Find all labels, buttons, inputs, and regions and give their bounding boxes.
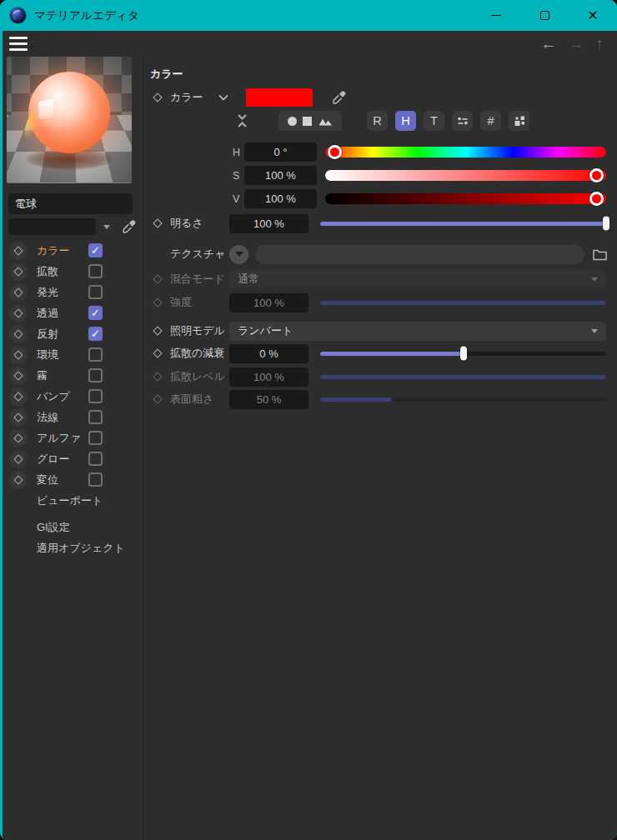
- diffuse-falloff-value-input[interactable]: 0 %: [229, 344, 308, 363]
- channel-label: 環境: [37, 348, 88, 362]
- channel-list: カラー✓拡散発光透過✓反射✓環境霧バンプ法線アルファグロー変位: [7, 240, 143, 490]
- illumination-dropdown[interactable]: ランバート: [229, 322, 606, 341]
- channel-checkbox[interactable]: [88, 431, 103, 445]
- sidebar-page-2[interactable]: 適用オブジェクト: [7, 538, 143, 558]
- hue-value-input[interactable]: 0 °: [244, 142, 317, 162]
- channel-label: 透過: [37, 306, 88, 321]
- material-editor-window: マテリアルエディタ ✕ ← → ↑: [0, 0, 617, 840]
- compact-sliders-button[interactable]: [452, 111, 473, 131]
- sidebar-page-0[interactable]: ビューポート: [7, 490, 143, 511]
- channel-checkbox[interactable]: [88, 410, 103, 424]
- close-icon: ✕: [587, 9, 598, 22]
- hue-slider-handle[interactable]: [328, 145, 342, 159]
- texture-path-field[interactable]: [255, 245, 584, 264]
- sidebar-channel-0[interactable]: カラー✓: [7, 240, 143, 261]
- saturation-slider-handle[interactable]: [589, 168, 604, 182]
- roughness-value: 50 %: [229, 390, 308, 409]
- channel-checkbox[interactable]: ✓: [88, 243, 103, 258]
- sidebar-channel-1[interactable]: 拡散: [7, 261, 143, 282]
- material-name-input[interactable]: 電球: [8, 193, 133, 214]
- nav-back-button[interactable]: ←: [541, 36, 557, 52]
- saturation-slider[interactable]: [325, 170, 606, 181]
- saturation-value-input[interactable]: 100 %: [244, 166, 317, 185]
- mix-strength-value: 100 %: [229, 293, 308, 312]
- channel-checkbox[interactable]: [88, 389, 103, 403]
- channel-label: 反射: [37, 327, 88, 342]
- color-swatch[interactable]: [246, 88, 313, 107]
- sidebar-channel-5[interactable]: 環境: [7, 344, 143, 365]
- sidebar-channel-3[interactable]: 透過✓: [7, 302, 143, 323]
- sidebar-channel-2[interactable]: 発光: [7, 282, 143, 302]
- collapse-icon[interactable]: [235, 112, 249, 129]
- param-diamond-icon[interactable]: [153, 348, 162, 358]
- texture-dropdown-icon: [235, 252, 243, 257]
- param-diamond-icon[interactable]: [153, 218, 162, 228]
- hue-slider[interactable]: [325, 147, 606, 158]
- channel-checkbox[interactable]: [88, 368, 103, 382]
- value-value-input[interactable]: 100 %: [244, 189, 317, 208]
- chevron-down-icon[interactable]: [218, 92, 229, 103]
- value-slider[interactable]: [325, 193, 606, 204]
- close-button[interactable]: ✕: [569, 0, 617, 31]
- channel-checkbox[interactable]: ✓: [88, 327, 103, 341]
- brightness-value-input[interactable]: 100 %: [229, 214, 308, 233]
- menu-icon[interactable]: [9, 37, 28, 51]
- page-list: ビューポートGI設定適用オブジェクト: [7, 490, 143, 558]
- sidebar-channel-11[interactable]: 変位: [7, 469, 143, 490]
- illumination-label: 照明モデル: [170, 323, 225, 338]
- maximize-icon: [540, 11, 549, 20]
- circle-picker-icon[interactable]: [288, 117, 297, 126]
- material-picker-field[interactable]: [8, 218, 96, 235]
- maximize-button[interactable]: [520, 0, 569, 31]
- swatches-icon: [513, 114, 526, 128]
- channel-checkbox[interactable]: ✓: [88, 306, 103, 320]
- nav-up-button[interactable]: ↑: [596, 36, 604, 52]
- param-diamond-icon[interactable]: [153, 326, 162, 335]
- hex-mode-button[interactable]: #: [480, 111, 501, 131]
- channel-checkbox[interactable]: [88, 264, 103, 278]
- eyedropper-icon[interactable]: [121, 218, 138, 235]
- sidebar-channel-6[interactable]: 霧: [7, 365, 143, 386]
- swatches-button[interactable]: [509, 111, 529, 131]
- channel-diamond-icon: [9, 346, 28, 364]
- channel-checkbox[interactable]: [88, 452, 103, 466]
- channel-diamond-icon: [9, 471, 28, 489]
- texture-dropdown-button[interactable]: [229, 245, 248, 264]
- hsv-mode-button[interactable]: H: [395, 111, 416, 131]
- diffuse-falloff-slider-handle[interactable]: [460, 347, 467, 361]
- color-param-label: カラー: [170, 90, 203, 105]
- sidebar-channel-8[interactable]: 法線: [7, 407, 143, 428]
- sidebar-channel-4[interactable]: 反射✓: [7, 323, 143, 344]
- sidebar-channel-9[interactable]: アルファ: [7, 428, 143, 448]
- color-eyedropper-icon[interactable]: [331, 89, 348, 106]
- channel-diamond-icon: [9, 429, 28, 448]
- sidebar-page-1[interactable]: GI設定: [7, 517, 143, 538]
- param-diamond-icon[interactable]: [153, 92, 162, 102]
- channel-checkbox[interactable]: [88, 348, 103, 362]
- rgb-mode-button[interactable]: R: [367, 111, 388, 131]
- channel-checkbox[interactable]: [88, 472, 103, 487]
- color-picker-shape-group[interactable]: [278, 111, 342, 131]
- spectrum-picker-icon[interactable]: [319, 116, 333, 126]
- titlebar[interactable]: マテリアルエディタ ✕: [0, 0, 617, 31]
- dropdown-arrow-icon: [591, 278, 598, 282]
- material-preview[interactable]: [7, 57, 132, 183]
- sidebar: 電球 カラー✓拡散発光透過✓反射✓環境霧バンプ法線アルファグロー変位 ビューポー…: [3, 56, 143, 840]
- channel-label: 法線: [37, 410, 88, 425]
- value-slider-handle[interactable]: [589, 192, 604, 206]
- brightness-slider[interactable]: [320, 222, 606, 226]
- brightness-slider-handle[interactable]: [603, 217, 609, 231]
- picker-dropdown-icon[interactable]: [103, 225, 110, 229]
- channel-checkbox[interactable]: [88, 285, 103, 299]
- sidebar-channel-10[interactable]: グロー: [7, 448, 143, 469]
- diffuse-level-slider: [320, 375, 606, 379]
- minimize-button[interactable]: [472, 0, 520, 31]
- diffuse-falloff-slider[interactable]: [320, 352, 606, 356]
- sidebar-channel-7[interactable]: バンプ: [7, 386, 143, 407]
- window-title: マテリアルエディタ: [34, 8, 139, 23]
- folder-browse-icon[interactable]: [592, 247, 608, 262]
- temperature-mode-button[interactable]: T: [424, 111, 444, 131]
- brightness-label: 明るさ: [170, 216, 203, 231]
- nav-forward-button[interactable]: →: [569, 36, 584, 52]
- square-picker-icon[interactable]: [303, 117, 312, 126]
